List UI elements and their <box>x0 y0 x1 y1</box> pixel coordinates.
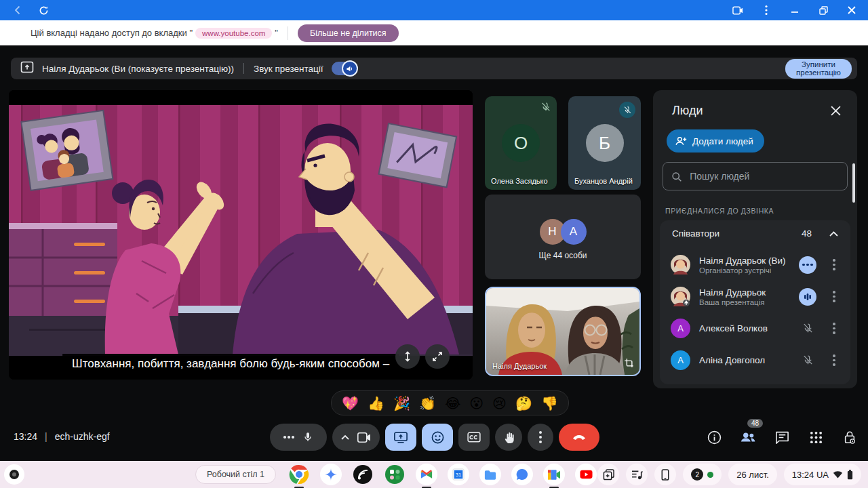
participant-menu-icon[interactable] <box>827 352 841 369</box>
media-controls-tray-icon[interactable] <box>626 464 648 485</box>
reaction-surprised[interactable]: 😮 <box>469 395 484 411</box>
presentation-bar: Наіля Дударьок (Ви (показуєте презентаці… <box>11 58 857 79</box>
participant-menu-icon[interactable] <box>827 288 841 306</box>
add-people-button[interactable]: Додати людей <box>667 129 764 152</box>
files-app-icon[interactable] <box>479 464 501 485</box>
mic-off-icon <box>799 352 816 369</box>
overflow-avatar-2: А <box>561 219 587 245</box>
avatar-initial: А <box>570 225 577 239</box>
desk-switcher[interactable]: Робочий стіл 1 <box>195 465 276 484</box>
reaction-clap[interactable]: 👏 <box>419 395 436 411</box>
presenter-label: Наіля Дударьок (Ви (показуєте презентаці… <box>42 64 234 74</box>
participant-row[interactable]: А Алексей Волков <box>660 312 850 344</box>
expand-icon <box>432 351 443 362</box>
reaction-thumbs-up[interactable]: 👍 <box>368 395 384 411</box>
svg-text:31: 31 <box>456 472 461 478</box>
launcher-icon <box>9 470 19 479</box>
screen-capture-tray-icon[interactable] <box>597 464 619 485</box>
mic-options-icon[interactable] <box>283 436 294 439</box>
search-input[interactable] <box>690 171 839 182</box>
search-box[interactable] <box>663 162 848 190</box>
participant-name: Алексей Волков <box>699 323 768 333</box>
raise-hand-button[interactable] <box>495 424 522 451</box>
avatar-initial: Н <box>548 225 556 239</box>
camera-button-group[interactable] <box>332 424 380 451</box>
messages-app-icon[interactable] <box>511 464 533 485</box>
group-title: Співавтори <box>672 228 719 239</box>
gmail-app-icon[interactable] <box>416 464 437 485</box>
window-menu-icon[interactable] <box>761 5 772 16</box>
participant-menu-icon[interactable] <box>827 256 841 274</box>
calendar-app-icon[interactable]: 31 <box>448 464 469 485</box>
launcher-button[interactable] <box>4 464 24 485</box>
share-notice: Цій вкладці надано доступ до вкладки " w… <box>31 28 278 39</box>
avatar: О <box>502 124 540 162</box>
reaction-cry[interactable]: 😢 <box>492 395 507 411</box>
presentbar-divider <box>243 63 244 74</box>
youtube-app-icon[interactable] <box>575 464 597 485</box>
panel-scrollbar[interactable] <box>852 163 855 203</box>
people-icon-active[interactable]: 48 <box>739 428 757 446</box>
presentation-audio-label: Звук презентації <box>254 64 323 74</box>
smiley-icon <box>431 431 444 444</box>
end-call-button[interactable] <box>559 424 599 451</box>
contributors-header[interactable]: Співавтори 48 <box>660 220 850 243</box>
participant-tile-olena[interactable]: О Олена Засядько <box>485 96 557 190</box>
participant-name: Аліна Довгопол <box>699 355 765 365</box>
reaction-laugh[interactable]: 😂 <box>445 395 460 411</box>
meeting-details-icon[interactable] <box>705 428 723 446</box>
chrome-app-icon[interactable] <box>288 464 310 485</box>
presentation-audio-toggle[interactable] <box>332 62 357 75</box>
time-text: 13:24 UA <box>792 470 829 480</box>
fullscreen-button[interactable] <box>425 344 450 369</box>
present-button-active[interactable] <box>385 424 416 451</box>
minimize-icon[interactable] <box>789 5 800 16</box>
chat-icon[interactable] <box>773 428 791 446</box>
more-options-button[interactable] <box>528 424 553 451</box>
banner-divider <box>288 26 288 40</box>
date-pill[interactable]: 26 лист. <box>728 464 777 485</box>
reaction-thinking[interactable]: 🤔 <box>515 395 532 411</box>
activities-grid-icon[interactable] <box>807 428 825 446</box>
presentation-stage[interactable]: Штовхання, побиття, завдання болю будь-я… <box>9 90 473 380</box>
back-icon[interactable] <box>12 5 23 16</box>
reaction-heart[interactable]: 💖 <box>342 395 359 411</box>
phone-hub-tray-icon[interactable] <box>654 464 676 485</box>
reload-icon[interactable] <box>38 5 49 16</box>
close-panel-icon[interactable] <box>827 102 844 119</box>
close-icon[interactable] <box>846 5 857 16</box>
more-options-icon <box>539 431 542 443</box>
self-video-tile[interactable]: Наіля Дударьок <box>485 287 641 376</box>
stop-presentation-button[interactable]: Зупинити презентацію <box>785 59 852 79</box>
host-controls-lock-icon[interactable] <box>841 428 859 446</box>
reactions-bar: 💖 👍 🎉 👏 😂 😮 😢 🤔 👎 <box>331 390 569 415</box>
reaction-party[interactable]: 🎉 <box>393 395 410 411</box>
chevron-up-icon[interactable] <box>341 434 349 440</box>
status-area[interactable]: 13:24 UA <box>784 464 861 485</box>
camera-icon <box>357 432 371 443</box>
apps-folder-icon[interactable] <box>384 464 406 485</box>
captions-button[interactable] <box>458 424 490 451</box>
meet-app-icon[interactable] <box>543 464 565 485</box>
participant-row[interactable]: Наіля Дударьок (Ви) Організатор зустрічі <box>660 249 850 281</box>
participant-row[interactable]: А Аліна Довгопол <box>660 344 850 376</box>
participant-tile-bukhantsov[interactable]: Б Буханцов Андрій <box>568 96 641 190</box>
crop-icon[interactable] <box>624 358 634 371</box>
participant-menu-icon[interactable] <box>827 320 841 338</box>
reaction-thumbs-down[interactable]: 👎 <box>541 395 558 411</box>
tab-capture-icon[interactable] <box>732 5 743 16</box>
overflow-tile[interactable]: Н А Ще 44 особи <box>485 195 641 279</box>
restore-icon[interactable] <box>818 5 829 16</box>
clock-text: 13:24 <box>14 431 37 442</box>
meeting-code: ech-uzhk-egf <box>55 431 110 442</box>
search-icon <box>671 171 682 182</box>
participant-row[interactable]: Наіля Дударьок Ваша презентація <box>660 281 850 312</box>
reactions-button-active[interactable] <box>422 424 453 451</box>
mic-icon <box>302 430 313 444</box>
reposition-captions-button[interactable] <box>395 344 420 369</box>
gemini-app-icon[interactable] <box>320 464 342 485</box>
notification-counter[interactable]: 2 <box>683 464 722 485</box>
stop-sharing-button[interactable]: Більше не ділитися <box>298 24 399 42</box>
mic-button-group[interactable] <box>270 424 327 451</box>
screencast-app-icon[interactable] <box>352 464 374 485</box>
